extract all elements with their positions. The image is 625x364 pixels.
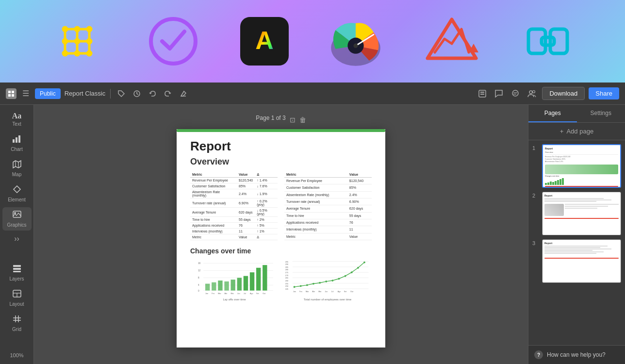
- svg-point-53: [14, 212, 16, 214]
- svg-text:Jan: Jan: [293, 291, 296, 293]
- pages-view-button[interactable]: [476, 87, 489, 100]
- right-panel: Pages Settings + Add page 1 Report Overv…: [528, 105, 625, 364]
- table-row: Turnover rate (annual)6.90%: [284, 198, 372, 205]
- redo-button[interactable]: [162, 88, 174, 99]
- arcane-app-icon[interactable]: A: [240, 17, 289, 66]
- svg-point-26: [353, 44, 358, 48]
- circle-check-app-icon[interactable]: [144, 12, 202, 70]
- svg-text:285: 285: [285, 266, 288, 268]
- zoom-level[interactable]: 100%: [8, 350, 25, 360]
- sidebar-item-text[interactable]: Aa Text: [2, 109, 32, 130]
- sidebar-item-chart[interactable]: Chart: [2, 132, 32, 155]
- chat-button[interactable]: [509, 87, 522, 100]
- history-button[interactable]: [131, 88, 143, 99]
- changes-title: Changes over time: [190, 247, 372, 255]
- svg-point-112: [300, 285, 302, 287]
- svg-point-41: [512, 90, 518, 96]
- svg-rect-34: [8, 94, 11, 97]
- page-thumb-item-1[interactable]: 1 Report Overview Revenue Per Employee $…: [532, 144, 621, 188]
- add-page-button[interactable]: + Add page: [528, 123, 625, 140]
- sidebar-element-label: Element: [8, 197, 26, 202]
- svg-text:Mar: Mar: [218, 293, 221, 295]
- svg-point-118: [338, 278, 340, 280]
- sidebar-text-label: Text: [12, 121, 21, 127]
- expand-more-icon[interactable]: ››: [14, 234, 19, 243]
- svg-rect-33: [12, 91, 14, 93]
- sidebar-item-map[interactable]: Map: [2, 157, 32, 180]
- download-button[interactable]: Download: [542, 87, 585, 100]
- help-bar[interactable]: ? How can we help you?: [528, 345, 625, 364]
- speedometer-app-icon[interactable]: [327, 12, 385, 70]
- triangle-app-icon[interactable]: [423, 12, 481, 70]
- map-icon: [12, 160, 22, 171]
- table-row: MetricValueΔ: [190, 234, 278, 240]
- svg-rect-47: [16, 137, 17, 143]
- page-thumb-item-3[interactable]: 3 Report: [532, 239, 621, 283]
- users-button[interactable]: [526, 87, 538, 100]
- svg-rect-46: [13, 139, 15, 143]
- svg-text:265: 265: [285, 277, 288, 279]
- svg-text:Jun: Jun: [325, 291, 328, 293]
- document-page: Report Overview Metric Value Δ: [177, 129, 385, 347]
- svg-text:280: 280: [285, 269, 288, 271]
- table-row: Absenteeism Rate (monthly)2.4%↓ 1.9%: [190, 189, 278, 199]
- delete-page-button[interactable]: 🗑: [299, 116, 306, 124]
- svg-point-114: [312, 283, 314, 285]
- svg-text:Abr: Abr: [312, 291, 315, 293]
- page-num-1: 1: [532, 145, 538, 151]
- svg-text:290: 290: [285, 264, 288, 265]
- svg-point-116: [325, 281, 327, 282]
- graphics-icon: [12, 210, 22, 221]
- table-row: Time to hire55 days↑ 2%: [190, 217, 278, 223]
- tab-settings[interactable]: Settings: [577, 105, 625, 122]
- sidebar-item-element[interactable]: Element: [2, 182, 32, 205]
- puzzle-app-icon[interactable]: [519, 12, 577, 70]
- svg-point-121: [357, 267, 359, 269]
- table-row: MetricValue: [284, 233, 372, 240]
- sidebar-item-graphics[interactable]: Graphics: [2, 207, 32, 231]
- sidebar-layers-label: Layers: [9, 276, 24, 281]
- report-tables: Metric Value Δ Revenue Per Employee$120,…: [190, 172, 372, 240]
- expand-canvas-button[interactable]: ⊡: [290, 116, 296, 124]
- bar-chart-label: Lay offs over time: [190, 298, 279, 301]
- comment-button[interactable]: [493, 87, 505, 100]
- sidebar-grid-label: Grid: [12, 327, 21, 332]
- bar-chart: 16 12 8 4 0: [190, 259, 279, 302]
- visibility-button[interactable]: Public: [35, 88, 61, 99]
- crosshair-app-icon[interactable]: [48, 12, 106, 70]
- tab-pages[interactable]: Pages: [528, 105, 577, 122]
- svg-rect-76: [218, 281, 222, 291]
- tag-button[interactable]: [115, 88, 127, 99]
- svg-point-45: [533, 90, 535, 93]
- sidebar-item-layers[interactable]: Layers: [2, 261, 32, 284]
- undo-button[interactable]: [147, 88, 158, 99]
- svg-point-117: [331, 280, 333, 281]
- left-sidebar: Aa Text Chart Map Element: [0, 105, 34, 364]
- app-logo-icon: [6, 88, 16, 99]
- table-row: Revenue Per Employee$120,540↑ 1.4%: [190, 178, 278, 183]
- toolbar: ☰ Public Report Classic: [0, 83, 625, 105]
- eraser-button[interactable]: [178, 88, 189, 99]
- svg-text:Mai: Mai: [231, 293, 234, 295]
- svg-text:275: 275: [285, 272, 288, 274]
- sidebar-item-grid[interactable]: Grid: [2, 312, 32, 335]
- plus-icon: +: [560, 128, 564, 135]
- svg-rect-80: [244, 276, 248, 291]
- svg-text:16: 16: [198, 262, 201, 265]
- svg-point-21: [151, 19, 196, 64]
- col-value-2: Value: [347, 172, 372, 178]
- chart-icon: [12, 134, 22, 146]
- top-banner: A: [0, 0, 625, 83]
- page-thumb-item-2[interactable]: 2 Report: [532, 192, 621, 235]
- svg-text:Jan: Jan: [205, 293, 208, 295]
- table-row: Applications received76: [284, 219, 372, 226]
- svg-text:Fev: Fev: [212, 293, 214, 295]
- svg-text:270: 270: [285, 275, 288, 277]
- svg-text:Set: Set: [256, 293, 260, 295]
- page-num-2: 2: [532, 193, 538, 199]
- menu-button[interactable]: ☰: [20, 87, 31, 100]
- sidebar-item-layout[interactable]: Layout: [2, 286, 32, 310]
- share-button[interactable]: Share: [589, 87, 619, 99]
- svg-text:Jul: Jul: [244, 293, 246, 295]
- table-row: Applications received76↑ 5%: [190, 223, 278, 229]
